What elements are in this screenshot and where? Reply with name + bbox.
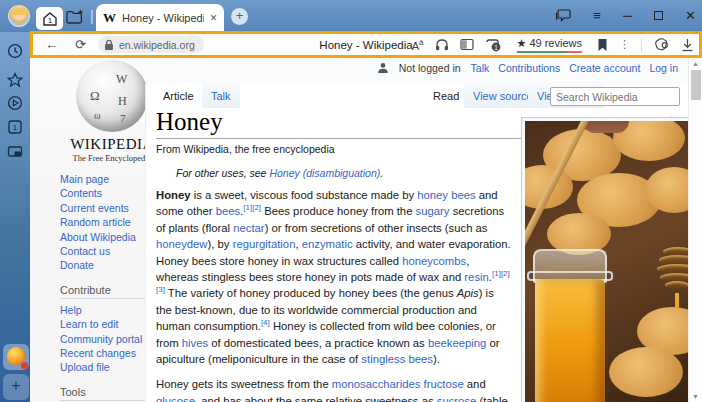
wiki-link[interactable]: beekeeping	[428, 337, 486, 349]
reviews-label: ★ 49 reviews	[517, 37, 583, 50]
translate-icon[interactable]: Aā	[412, 38, 424, 52]
wikipedia-globe-icon: ΩWH7ω	[76, 60, 148, 132]
browser-sidebar: 1 +	[0, 32, 30, 402]
play-media-icon[interactable]	[7, 95, 23, 111]
article-body: Honey From Wikipedia, the free encyclope…	[156, 108, 679, 402]
article-thumbnail[interactable]	[521, 117, 688, 402]
star-bookmarks-icon[interactable]	[7, 72, 23, 88]
split-screen-icon[interactable]	[460, 38, 474, 51]
toolbar-divider	[641, 38, 642, 52]
scroll-down-arrow[interactable]: ▼	[692, 393, 699, 400]
wiki-link[interactable]: bees	[216, 205, 241, 217]
hand-holding-dipper	[583, 121, 629, 133]
tab-title: Honey - Wikipedia	[122, 12, 204, 24]
back-button[interactable]: ←	[45, 37, 58, 52]
search-box[interactable]	[550, 87, 680, 106]
reviews-underline	[517, 51, 583, 53]
wiki-link[interactable]: nectar	[233, 222, 264, 234]
personal-links: TalkContributionsCreate accountLog in	[471, 62, 678, 74]
bookmark-icon[interactable]	[597, 38, 608, 52]
wiki-link[interactable]: honeycombs	[402, 255, 466, 267]
sidebar-heading: Contribute	[60, 284, 156, 299]
hand-gesture-icon[interactable]	[653, 37, 670, 52]
new-tab-button[interactable]: +	[231, 8, 248, 25]
address-bar[interactable]: en.wikipedia.org	[98, 36, 204, 53]
window-controls: ≡ ─ ✕	[555, 0, 696, 31]
tab-close-icon[interactable]: ×	[210, 11, 217, 25]
new-folder-icon	[66, 9, 85, 25]
menu-icon[interactable]: ≡	[593, 9, 601, 22]
wiki-link[interactable]: Honey (disambiguation)	[269, 167, 380, 179]
browser-window: 1 | W Honey - Wikipedia × + ≡ ─ ✕	[0, 0, 702, 402]
honey-jar-photo	[525, 121, 688, 402]
screen-cast-icon[interactable]	[7, 144, 23, 160]
wiki-link[interactable]: resin	[464, 271, 489, 283]
tab-actions-icon[interactable]: 1	[485, 37, 502, 52]
page-title-center: Honey - Wikipedia	[319, 39, 412, 51]
app-shortcut[interactable]	[3, 344, 29, 370]
page-scrollbar[interactable]: ▲ ▼	[688, 58, 702, 402]
svg-text:1: 1	[13, 123, 18, 132]
paragraph-1: Honey is a sweet, viscous food substance…	[156, 187, 512, 367]
globe-letter: H	[118, 94, 127, 109]
tab-read[interactable]: Read	[424, 84, 468, 108]
new-folder-button[interactable]	[66, 9, 85, 25]
browser-tab[interactable]: W Honey - Wikipedia ×	[96, 4, 224, 32]
reload-button[interactable]: ⟳	[75, 37, 86, 52]
svg-text:1: 1	[47, 16, 52, 25]
wiki-link[interactable]: hives	[182, 337, 208, 349]
scrollbar-thumb[interactable]	[691, 70, 701, 100]
personal-link[interactable]: Contributions	[498, 62, 560, 74]
titlebar: 1 | W Honey - Wikipedia × + ≡ ─ ✕	[0, 0, 702, 32]
more-options-icon[interactable]: ⋮	[619, 38, 630, 51]
wiki-link[interactable]: honey bees	[417, 189, 475, 201]
scroll-up-arrow[interactable]: ▲	[692, 60, 699, 67]
honey-dipper-head	[657, 247, 688, 291]
toolbar-actions: Aā 1 ★ 49 reviews ⋮	[412, 37, 694, 53]
login-status: Not logged in	[399, 62, 461, 74]
tab-article[interactable]: Article	[154, 84, 203, 108]
maximize-icon[interactable]	[654, 11, 663, 20]
sidebar-heading: Tools	[60, 386, 156, 401]
user-icon	[377, 62, 389, 74]
site-reviews[interactable]: ★ 49 reviews	[517, 37, 583, 53]
personal-link[interactable]: Talk	[471, 62, 490, 74]
history-clock-icon[interactable]	[7, 43, 23, 59]
wiki-link[interactable]: enzymatic	[302, 238, 353, 250]
feedback-chat-icon[interactable]	[555, 8, 571, 23]
dock-add-button[interactable]: +	[3, 374, 29, 400]
wiki-link[interactable]: honeydew	[156, 238, 208, 250]
wiki-link[interactable]: monosaccharides	[332, 378, 421, 390]
search-input[interactable]	[556, 91, 688, 103]
wiki-link[interactable]: glucose	[156, 395, 195, 402]
wiki-content-area: Article Talk Read View source View histo…	[145, 84, 688, 402]
wiki-link[interactable]: stingless bees	[361, 353, 433, 365]
profile-avatar[interactable]	[8, 5, 30, 27]
wikipedia-page: Not logged in TalkContributionsCreate ac…	[30, 58, 688, 402]
wiki-link[interactable]: regurgitation	[233, 238, 296, 250]
wiki-link[interactable]: sucrose	[437, 395, 477, 402]
honey-jar	[533, 249, 607, 402]
wikipedia-favicon: W	[103, 10, 116, 26]
workspace-1-icon[interactable]: 1	[7, 119, 23, 135]
titlebar-separator: |	[90, 8, 94, 24]
personal-bar: Not logged in TalkContributionsCreate ac…	[377, 62, 678, 74]
globe-letter: ω	[94, 110, 101, 121]
lock-icon	[104, 39, 114, 51]
personal-link[interactable]: Create account	[569, 62, 640, 74]
minimize-icon[interactable]: ─	[623, 9, 632, 22]
wiki-link[interactable]: sugary	[416, 205, 450, 217]
wiki-tabs-row: Article Talk Read View source View histo…	[146, 84, 688, 108]
globe-letter: 7	[120, 112, 126, 124]
home-button[interactable]: 1	[36, 7, 63, 30]
notification-dot	[21, 362, 28, 369]
close-icon[interactable]: ✕	[685, 9, 696, 22]
personal-link[interactable]: Log in	[649, 62, 678, 74]
svg-text:1: 1	[494, 44, 498, 51]
read-aloud-headphones-icon[interactable]	[435, 38, 449, 52]
home-icon: 1	[41, 10, 59, 28]
wiki-link[interactable]: fructose	[424, 378, 464, 390]
tab-talk[interactable]: Talk	[202, 84, 240, 108]
download-icon[interactable]	[681, 38, 694, 52]
address-toolbar-highlighted: ← ⟳ en.wikipedia.org Honey - Wikipedia A…	[30, 31, 702, 58]
